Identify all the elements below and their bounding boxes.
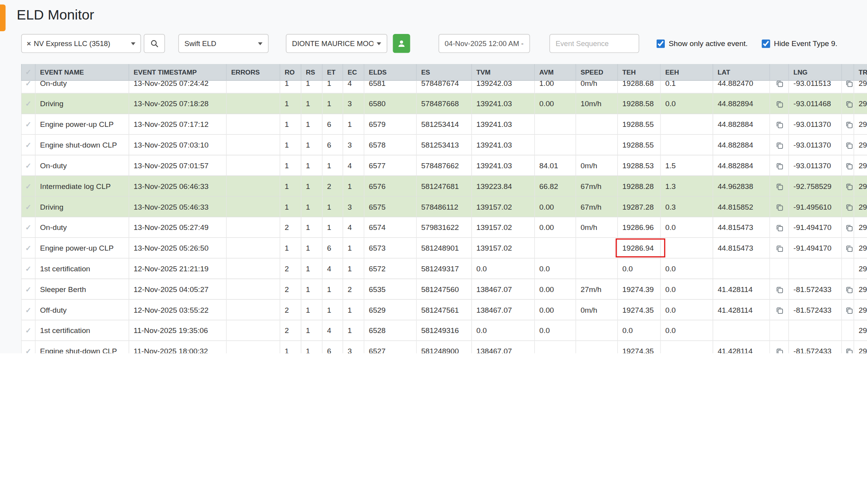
cell-eeh: 0.0 (661, 94, 713, 114)
cell-event-name: Engine shut-down CLP (36, 341, 129, 353)
copy-icon[interactable] (775, 141, 783, 149)
cell-lng-copy[interactable] (842, 94, 854, 114)
driver-action-button[interactable] (393, 34, 410, 53)
cell-lng-copy[interactable] (842, 341, 854, 353)
search-button[interactable] (144, 34, 165, 53)
copy-icon[interactable] (846, 286, 853, 294)
cell-lat-copy[interactable] (770, 238, 789, 259)
cell-lat-copy[interactable] (770, 135, 789, 155)
copy-icon[interactable] (846, 100, 853, 108)
cell-lng-copy[interactable] (842, 217, 854, 238)
row-select-cell[interactable]: ✓ (21, 197, 36, 217)
cell-es: 581253413 (417, 135, 472, 155)
cell-tvm: 0.0 (472, 321, 535, 341)
cell-ec: 1 (343, 258, 364, 279)
cell-et: 6 (323, 238, 344, 259)
row-select-cell[interactable]: ✓ (21, 176, 36, 197)
cell-avm: 0.00 (535, 300, 576, 321)
cell-eeh: 0.0 (661, 321, 713, 341)
cell-lat-copy[interactable] (770, 176, 789, 197)
cell-ro: 2 (280, 217, 301, 238)
row-select-cell[interactable]: ✓ (21, 258, 36, 279)
row-select-cell[interactable]: ✓ (21, 135, 36, 155)
row-select-cell[interactable]: ✓ (21, 217, 36, 238)
cell-lng-copy[interactable] (842, 300, 854, 321)
cell-speed (576, 341, 618, 353)
copy-icon[interactable] (846, 244, 853, 252)
cell-lat-copy[interactable] (770, 197, 789, 217)
copy-icon[interactable] (775, 286, 783, 294)
row-select-cell[interactable]: ✓ (21, 300, 36, 321)
cell-lat-copy[interactable] (770, 155, 789, 176)
cell-lat-copy[interactable] (770, 114, 789, 135)
show-active-checkbox[interactable] (657, 39, 665, 48)
cell-lat-copy[interactable] (770, 300, 789, 321)
copy-icon[interactable] (775, 347, 783, 353)
cell-event-timestamp: 13-Nov-2025 05:27:49 (129, 217, 227, 238)
cell-lng-copy[interactable] (842, 238, 854, 259)
cell-elds: 6577 (365, 155, 417, 176)
cell-event-timestamp: 11-Nov-2025 18:00:32 (129, 341, 227, 353)
cell-ro: 1 (280, 197, 301, 217)
event-row: ✓Intermediate log CLP13-Nov-2025 06:46:3… (21, 176, 867, 197)
remove-company-icon[interactable]: × (27, 39, 31, 48)
company-select[interactable]: × NV Express LLC (3518) (21, 34, 141, 53)
hide-type9-checkbox[interactable] (762, 39, 770, 48)
eld-provider-select[interactable]: Swift ELD (178, 34, 269, 53)
row-select-cell[interactable]: ✓ (21, 114, 36, 135)
cell-event-name: Intermediate log CLP (36, 176, 129, 197)
copy-icon[interactable] (775, 306, 783, 314)
cell-avm: 0.00 (535, 279, 576, 300)
side-edge-tab[interactable] (0, 4, 5, 31)
check-icon: ✓ (25, 285, 32, 293)
copy-icon[interactable] (846, 162, 853, 170)
row-select-cell[interactable]: ✓ (21, 238, 36, 259)
events-table-viewport[interactable]: ✓EVENT NAMEEVENT TIMESTAMPERRORSRORSETEC… (21, 64, 867, 353)
copy-icon[interactable] (775, 244, 783, 252)
cell-lng-copy[interactable] (842, 114, 854, 135)
driver-select[interactable]: DIONTE MAURICE MOORE (286, 34, 387, 53)
row-select-cell[interactable]: ✓ (21, 341, 36, 353)
cell-lng: -93.011468 (789, 94, 842, 114)
cell-lng-copy[interactable] (842, 197, 854, 217)
cell-lat-copy[interactable] (770, 94, 789, 114)
cell-tr: 29 (854, 258, 867, 279)
row-select-cell[interactable]: ✓ (21, 279, 36, 300)
copy-icon[interactable] (846, 224, 853, 232)
copy-icon[interactable] (846, 306, 853, 314)
cell-event-name: Driving (36, 94, 129, 114)
copy-icon[interactable] (846, 183, 853, 191)
copy-icon[interactable] (775, 183, 783, 191)
cell-lng-copy[interactable] (842, 176, 854, 197)
cell-es: 581253414 (417, 114, 472, 135)
date-range-input[interactable] (438, 34, 530, 53)
column-header-rs: RS (301, 64, 322, 81)
copy-icon[interactable] (846, 347, 853, 353)
cell-lng-copy[interactable] (842, 279, 854, 300)
event-sequence-input[interactable] (550, 34, 639, 53)
row-select-cell[interactable]: ✓ (21, 155, 36, 176)
hide-type9-checkbox-label[interactable]: Hide Event Type 9. (762, 39, 837, 48)
copy-icon[interactable] (775, 162, 783, 170)
copy-icon[interactable] (775, 224, 783, 232)
row-select-cell[interactable]: ✓ (21, 94, 36, 114)
cell-lng-copy[interactable] (842, 155, 854, 176)
cell-event-name: Engine power-up CLP (36, 114, 129, 135)
copy-icon[interactable] (775, 100, 783, 108)
copy-icon[interactable] (846, 141, 853, 149)
cell-lng-copy[interactable] (842, 135, 854, 155)
cell-tr: 29 (854, 197, 867, 217)
cell-es: 581248900 (417, 341, 472, 353)
copy-icon[interactable] (775, 121, 783, 128)
cell-tvm: 139241.03 (472, 114, 535, 135)
cell-lat-copy[interactable] (770, 341, 789, 353)
copy-icon[interactable] (846, 203, 853, 211)
cell-tvm: 139241.03 (472, 135, 535, 155)
cell-lat-copy[interactable] (770, 279, 789, 300)
row-select-cell[interactable]: ✓ (21, 321, 36, 341)
page-title: ELD Monitor (17, 7, 94, 23)
copy-icon[interactable] (775, 203, 783, 211)
cell-lat-copy[interactable] (770, 217, 789, 238)
show-active-checkbox-label[interactable]: Show only active event. (657, 39, 748, 48)
copy-icon[interactable] (846, 121, 853, 128)
